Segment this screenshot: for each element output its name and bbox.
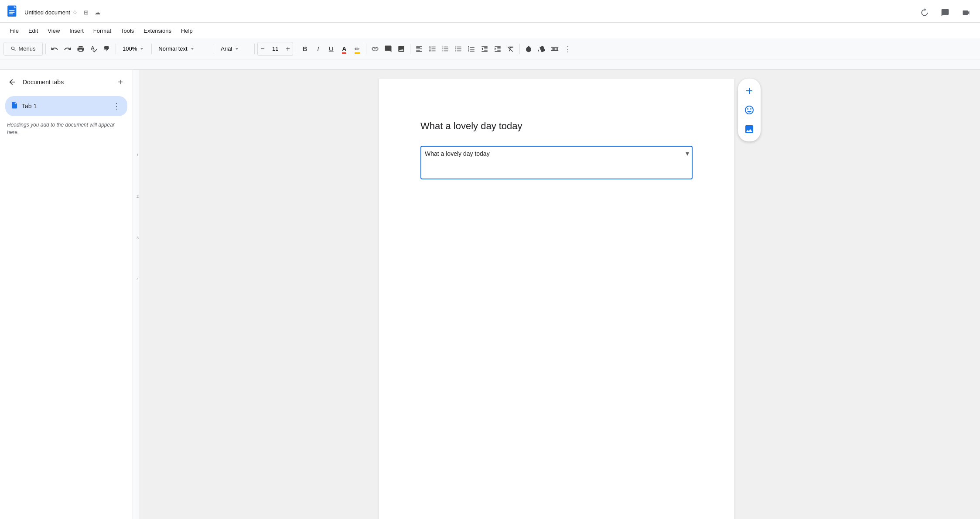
underline-btn[interactable]: U: [325, 42, 337, 56]
folder-icon[interactable]: ⊞: [82, 8, 91, 17]
comment-btn[interactable]: [382, 42, 394, 56]
app-icon: [5, 5, 21, 21]
clear-formatting-btn[interactable]: [505, 42, 517, 56]
separator-4: [214, 44, 214, 54]
spell-check-btn[interactable]: [88, 42, 100, 56]
separator-6: [296, 44, 296, 54]
text-color-btn[interactable]: A: [338, 42, 350, 56]
page-heading[interactable]: What a lovely day today: [420, 120, 693, 132]
highlight-btn[interactable]: ✏: [351, 42, 363, 56]
menu-file[interactable]: File: [5, 26, 23, 36]
tab-1-label: Tab 1: [22, 103, 111, 110]
comments-icon[interactable]: [936, 4, 954, 21]
document-page[interactable]: What a lovely day today What a lovely da…: [379, 79, 734, 519]
decrease-indent-btn[interactable]: [478, 42, 491, 56]
separator-5: [254, 44, 255, 54]
video-icon[interactable]: [957, 4, 975, 21]
redo-btn[interactable]: [61, 42, 74, 56]
separator-7: [366, 44, 366, 54]
comment-textarea[interactable]: What a lovely day today: [421, 147, 692, 177]
more-options-btn[interactable]: ⋮: [562, 42, 574, 56]
emoji-btn[interactable]: [741, 101, 758, 119]
headings-hint: Headings you add to the document will ap…: [5, 121, 127, 136]
paint-format-btn[interactable]: [101, 42, 113, 56]
comment-dropdown-btn[interactable]: ▾: [686, 149, 689, 158]
search-menus-btn[interactable]: Menus: [3, 42, 43, 56]
font-size-control: − +: [257, 42, 293, 56]
menus-label: Menus: [18, 45, 35, 52]
bullet-list-btn[interactable]: [452, 42, 464, 56]
link-btn[interactable]: [369, 42, 381, 56]
undo-btn[interactable]: [48, 42, 61, 56]
sidebar: Document tabs + Tab 1 ⋮ Headings you add…: [0, 70, 133, 519]
comment-box: What a lovely day today ▾: [420, 146, 693, 179]
main-layout: Document tabs + Tab 1 ⋮ Headings you add…: [0, 70, 980, 519]
tab-more-btn[interactable]: ⋮: [111, 100, 122, 113]
menu-insert[interactable]: Insert: [65, 26, 88, 36]
add-tab-button[interactable]: +: [113, 75, 127, 89]
separator-3: [151, 44, 152, 54]
add-content-btn[interactable]: [741, 82, 758, 100]
italic-btn[interactable]: I: [312, 42, 324, 56]
style-dropdown[interactable]: Normal text: [154, 42, 211, 56]
horizontal-ruler: [133, 59, 980, 69]
text-bg-btn[interactable]: [536, 42, 548, 56]
line-spacing-btn[interactable]: [426, 42, 438, 56]
highlight-color-btn[interactable]: [522, 42, 535, 56]
separator-9: [519, 44, 520, 54]
zoom-dropdown[interactable]: 100%: [119, 42, 149, 56]
ruler-bar: [0, 59, 980, 70]
style-label: Normal text: [158, 45, 187, 52]
tab-1-item[interactable]: Tab 1 ⋮: [5, 96, 127, 116]
numbered-list-btn[interactable]: [465, 42, 478, 56]
right-floating-buttons: [738, 79, 761, 141]
menu-bar: File Edit View Insert Format Tools Exten…: [0, 23, 980, 38]
menu-help[interactable]: Help: [177, 26, 197, 36]
checklist-btn[interactable]: [439, 42, 451, 56]
document-title[interactable]: Untitled document: [24, 9, 70, 16]
font-dropdown[interactable]: Arial: [217, 42, 252, 56]
svg-rect-7: [13, 106, 16, 107]
cloud-icon[interactable]: ☁: [93, 8, 102, 17]
font-size-input[interactable]: [267, 45, 283, 52]
comment-box-wrapper: What a lovely day today ▾: [420, 146, 693, 179]
vertical-ruler: 1 2 3 4: [133, 70, 140, 519]
svg-rect-4: [9, 13, 13, 14]
menu-format[interactable]: Format: [89, 26, 116, 36]
font-label: Arial: [221, 45, 232, 52]
divider-style-btn[interactable]: [549, 42, 561, 56]
image-btn[interactable]: [395, 42, 407, 56]
font-size-decrease[interactable]: −: [258, 42, 267, 55]
svg-rect-2: [9, 10, 15, 11]
star-icon[interactable]: ☆: [70, 8, 80, 17]
top-right-icons: [915, 4, 975, 21]
menu-view[interactable]: View: [43, 26, 64, 36]
increase-indent-btn[interactable]: [492, 42, 504, 56]
history-icon[interactable]: [915, 4, 933, 21]
title-bar: Untitled document ☆ ⊞ ☁: [0, 0, 980, 23]
separator-8: [410, 44, 410, 54]
separator-2: [116, 44, 116, 54]
image-insert-btn[interactable]: [741, 120, 758, 138]
svg-rect-8: [13, 107, 15, 108]
toolbar: Menus 100% Normal text Arial − + B I: [0, 38, 980, 59]
font-size-increase[interactable]: +: [283, 42, 293, 55]
bold-btn[interactable]: B: [299, 42, 311, 56]
align-btn[interactable]: [413, 42, 425, 56]
sidebar-header: Document tabs +: [5, 75, 127, 89]
document-tabs-title: Document tabs: [23, 79, 113, 86]
menu-tools[interactable]: Tools: [116, 26, 138, 36]
tab-doc-icon: [10, 101, 18, 111]
back-button[interactable]: [5, 75, 19, 89]
svg-rect-6: [13, 105, 16, 106]
document-area[interactable]: 1 2 3 4 What a lovely day today What a l…: [133, 70, 980, 519]
menu-extensions[interactable]: Extensions: [139, 26, 176, 36]
svg-rect-3: [9, 12, 15, 13]
separator-1: [45, 44, 46, 54]
print-btn[interactable]: [75, 42, 87, 56]
menu-edit[interactable]: Edit: [24, 26, 42, 36]
zoom-value: 100%: [123, 45, 137, 52]
